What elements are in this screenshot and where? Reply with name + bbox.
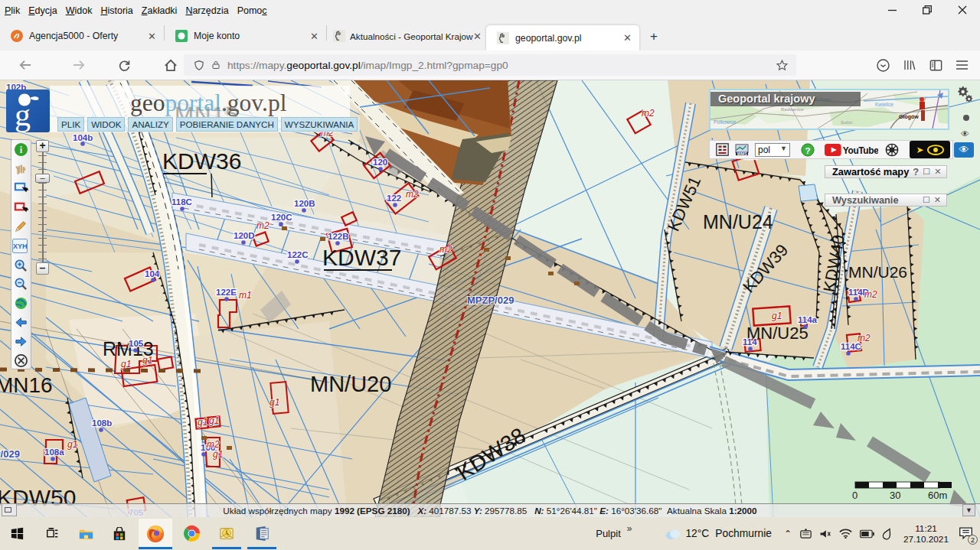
- svg-text:g1: g1: [121, 359, 131, 369]
- svg-text:m2: m2: [642, 108, 655, 119]
- svg-text:YouTube: YouTube: [843, 145, 878, 155]
- svg-text:m2: m2: [858, 333, 871, 343]
- svg-text:Polkowice: Polkowice: [714, 119, 737, 125]
- svg-text:g: g: [15, 97, 31, 132]
- svg-text:118C: 118C: [172, 197, 192, 207]
- svg-text:60m: 60m: [928, 490, 947, 501]
- svg-text:MN/U24: MN/U24: [703, 211, 773, 233]
- svg-text:122C: 122C: [287, 250, 309, 259]
- svg-text:m2: m2: [256, 220, 270, 231]
- svg-text:104b: 104b: [73, 133, 93, 142]
- svg-text:122B: 122B: [328, 232, 349, 241]
- svg-text:g1: g1: [142, 355, 152, 366]
- svg-text:g1: g1: [198, 417, 207, 428]
- svg-text:122E: 122E: [216, 288, 237, 297]
- svg-text:Sobin: Sobin: [841, 120, 852, 125]
- svg-text:KDW37: KDW37: [322, 245, 401, 270]
- svg-text:0: 0: [852, 490, 858, 501]
- svg-text:MPZP/029: MPZP/029: [467, 295, 514, 306]
- svg-text:m2: m2: [207, 439, 220, 450]
- svg-text:MN/U26: MN/U26: [848, 263, 907, 281]
- svg-text:m1: m1: [239, 290, 252, 301]
- svg-text:Głogów: Głogów: [899, 114, 919, 120]
- svg-text:120: 120: [373, 158, 387, 167]
- svg-text:120D: 120D: [234, 231, 255, 240]
- svg-text:ZP/029: ZP/029: [0, 448, 20, 460]
- svg-text:g1: g1: [67, 439, 77, 450]
- svg-text:120B: 120B: [294, 199, 315, 208]
- svg-text:104: 104: [145, 269, 160, 278]
- svg-text:WMS: WMS: [737, 151, 747, 156]
- svg-text:MN16: MN16: [0, 373, 53, 397]
- svg-text:108b: 108b: [92, 418, 112, 428]
- svg-text:MN/U20: MN/U20: [310, 372, 391, 396]
- svg-text:?: ?: [805, 145, 810, 155]
- svg-text:m2: m2: [406, 189, 419, 200]
- svg-text:108a: 108a: [44, 447, 64, 457]
- svg-text:122: 122: [387, 194, 401, 203]
- svg-text:i: i: [19, 145, 22, 155]
- svg-text:114: 114: [743, 337, 757, 347]
- svg-text:m2: m2: [439, 244, 452, 255]
- svg-text:g1: g1: [270, 397, 279, 408]
- svg-text:g1: g1: [772, 311, 782, 321]
- svg-text:g1: g1: [213, 449, 223, 460]
- svg-text:114a: 114a: [798, 315, 818, 324]
- svg-text:m2: m2: [864, 289, 877, 300]
- svg-text:Kwielice: Kwielice: [875, 102, 893, 107]
- svg-text:g1: g1: [209, 415, 219, 426]
- svg-text:30: 30: [890, 490, 900, 501]
- svg-text:Radwanice: Radwanice: [781, 107, 804, 112]
- svg-text:105: 105: [129, 339, 144, 348]
- svg-text:120C: 120C: [271, 213, 292, 222]
- svg-text:KDW36: KDW36: [162, 148, 241, 174]
